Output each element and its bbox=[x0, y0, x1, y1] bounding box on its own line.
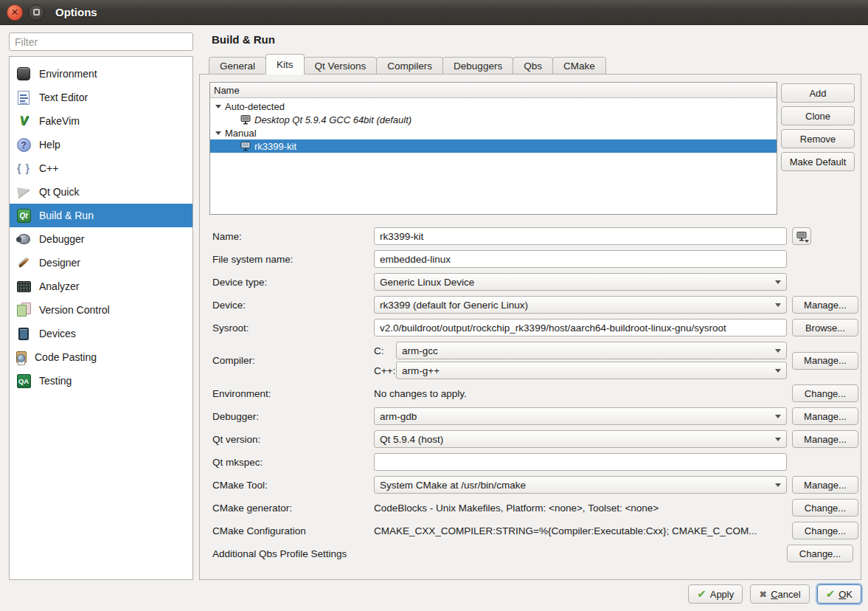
debugger-icon bbox=[16, 232, 31, 246]
kit-group-auto-detected[interactable]: Auto-detected bbox=[210, 100, 777, 113]
restore-icon[interactable] bbox=[28, 4, 44, 21]
debugger-select[interactable]: arm-gdb bbox=[374, 407, 787, 425]
add-button[interactable]: Add bbox=[781, 83, 855, 103]
code-pasting-icon bbox=[16, 351, 27, 363]
filesystem-name-input[interactable] bbox=[374, 250, 787, 268]
manage-device-button[interactable]: Manage... bbox=[792, 296, 858, 314]
manage-qt-version-button[interactable]: Manage... bbox=[792, 430, 858, 448]
ok-button[interactable]: ✔ OK bbox=[817, 584, 861, 604]
environment-icon bbox=[16, 66, 31, 81]
sidebar-item-qt-quick[interactable]: Qt Quick bbox=[10, 180, 192, 204]
cmake-tool-label: CMake Tool: bbox=[212, 480, 374, 491]
sidebar-item-help[interactable]: ? Help bbox=[10, 133, 192, 156]
chevron-down-icon bbox=[775, 349, 781, 353]
qt-mkspec-input[interactable] bbox=[374, 453, 787, 471]
cancel-button[interactable]: ✖ Cancel bbox=[750, 584, 809, 604]
clone-button[interactable]: Clone bbox=[781, 106, 855, 125]
change-qbs-settings-button[interactable]: Change... bbox=[787, 545, 853, 562]
cxx-compiler-select[interactable]: arm-g++ bbox=[396, 362, 787, 379]
category-list: Environment Text Editor V FakeVim ? Help… bbox=[9, 56, 193, 580]
cross-icon: ✖ bbox=[759, 589, 767, 600]
change-environment-button[interactable]: Change... bbox=[792, 384, 858, 402]
sidebar-item-analyzer[interactable]: Analyzer bbox=[10, 275, 192, 298]
cmake-tool-select[interactable]: System CMake at /usr/bin/cmake bbox=[374, 476, 787, 494]
kits-tree[interactable]: Name Auto-detected Desktop Qt 5.9.4 GCC … bbox=[209, 82, 777, 215]
browse-sysroot-button[interactable]: Browse... bbox=[792, 319, 858, 336]
sidebar-item-cpp[interactable]: { } C++ bbox=[10, 156, 192, 180]
sidebar-item-debugger[interactable]: Debugger bbox=[10, 227, 192, 251]
sidebar-item-fakevim[interactable]: V FakeVim bbox=[10, 109, 192, 133]
kit-monitor-icon bbox=[240, 115, 251, 125]
cpp-icon: { } bbox=[16, 161, 31, 176]
expander-icon[interactable] bbox=[215, 131, 221, 135]
sidebar-item-code-pasting[interactable]: Code Pasting bbox=[10, 345, 192, 369]
variables-button[interactable] bbox=[792, 227, 811, 245]
kits-panel: Name Auto-detected Desktop Qt 5.9.4 GCC … bbox=[199, 74, 861, 580]
manage-compiler-button[interactable]: Manage... bbox=[792, 352, 858, 370]
sidebar-item-build-and-run[interactable]: Qt Build & Run bbox=[10, 204, 192, 227]
environment-row: Environment: No changes to apply. Change… bbox=[212, 384, 853, 402]
name-row: Name: bbox=[212, 227, 853, 245]
change-cmake-generator-button[interactable]: Change... bbox=[792, 499, 858, 517]
environment-label: Environment: bbox=[212, 388, 374, 399]
name-input[interactable] bbox=[374, 227, 787, 245]
filter-input[interactable] bbox=[9, 32, 193, 51]
build-run-icon: Qt bbox=[16, 208, 31, 223]
c-compiler-select[interactable]: arm-gcc bbox=[396, 342, 787, 359]
qt-mkspec-label: Qt mkspec: bbox=[212, 457, 374, 468]
compiler-label: Compiler: bbox=[212, 355, 374, 366]
kit-item-rk3399[interactable]: rk3399-kit bbox=[210, 139, 777, 153]
change-cmake-configuration-button[interactable]: Change... bbox=[792, 522, 858, 539]
tab-debuggers[interactable]: Debuggers bbox=[442, 57, 513, 75]
kit-monitor-icon bbox=[240, 142, 251, 151]
kit-group-manual[interactable]: Manual bbox=[210, 126, 777, 139]
make-default-button[interactable]: Make Default bbox=[781, 152, 855, 171]
tab-qbs[interactable]: Qbs bbox=[513, 57, 553, 75]
sidebar-item-text-editor[interactable]: Text Editor bbox=[10, 86, 192, 109]
name-label: Name: bbox=[212, 231, 374, 242]
sysroot-input[interactable] bbox=[374, 319, 787, 336]
remove-button[interactable]: Remove bbox=[781, 129, 855, 148]
sidebar-item-label: Code Pasting bbox=[35, 351, 97, 363]
tab-cmake[interactable]: CMake bbox=[552, 57, 606, 75]
device-select[interactable]: rk3399 (default for Generic Linux) bbox=[374, 296, 787, 314]
text-editor-icon bbox=[16, 90, 31, 105]
qt-version-label: Qt version: bbox=[212, 434, 374, 445]
tree-header-name[interactable]: Name bbox=[210, 83, 777, 98]
tab-qt-versions[interactable]: Qt Versions bbox=[304, 57, 378, 75]
chevron-down-icon bbox=[775, 303, 781, 307]
sidebar-item-label: Debugger bbox=[39, 233, 85, 245]
sidebar-item-testing[interactable]: QA Testing bbox=[10, 369, 192, 393]
sidebar-item-version-control[interactable]: Version Control bbox=[10, 298, 192, 322]
tabbar: General Kits Qt Versions Compilers Debug… bbox=[209, 56, 605, 75]
sidebar-item-environment[interactable]: Environment bbox=[10, 62, 192, 86]
device-label: Device: bbox=[212, 300, 374, 311]
manage-debugger-button[interactable]: Manage... bbox=[792, 407, 858, 425]
device-type-select[interactable]: Generic Linux Device bbox=[374, 273, 787, 291]
kit-item-desktop-qt[interactable]: Desktop Qt 5.9.4 GCC 64bit (default) bbox=[210, 113, 777, 126]
filesystem-name-row: File system name: bbox=[212, 250, 853, 268]
chevron-down-icon bbox=[775, 415, 781, 418]
cmake-configuration-value: CMAKE_CXX_COMPILER:STRING=%{Compiler:Exe… bbox=[374, 525, 787, 536]
sidebar-item-devices[interactable]: Devices bbox=[10, 322, 192, 345]
version-control-icon bbox=[16, 303, 31, 317]
titlebar[interactable]: ✕ Options bbox=[0, 0, 868, 25]
tab-kits[interactable]: Kits bbox=[265, 54, 305, 75]
window-title: Options bbox=[55, 6, 97, 18]
sidebar-item-designer[interactable]: Designer bbox=[10, 251, 192, 275]
chevron-down-icon bbox=[775, 280, 781, 284]
cmake-configuration-label: CMake Configuration bbox=[212, 525, 374, 536]
sidebar-item-label: Designer bbox=[39, 257, 80, 269]
c-compiler-label: C: bbox=[374, 345, 396, 356]
sidebar-item-label: Help bbox=[39, 139, 60, 151]
manage-cmake-button[interactable]: Manage... bbox=[792, 476, 858, 494]
sidebar-item-label: Version Control bbox=[39, 304, 110, 316]
expander-icon[interactable] bbox=[215, 105, 221, 108]
tab-compilers[interactable]: Compilers bbox=[376, 57, 443, 75]
qt-version-select[interactable]: Qt 5.9.4 (host) bbox=[374, 430, 787, 448]
close-icon[interactable]: ✕ bbox=[7, 4, 23, 21]
apply-button[interactable]: ✔ Apply bbox=[688, 584, 743, 604]
tab-general[interactable]: General bbox=[209, 57, 266, 75]
kit-form: Name: File system name: Device type: Gen… bbox=[212, 227, 853, 562]
dialog-buttons: ✔ Apply ✖ Cancel ✔ OK bbox=[688, 584, 861, 604]
